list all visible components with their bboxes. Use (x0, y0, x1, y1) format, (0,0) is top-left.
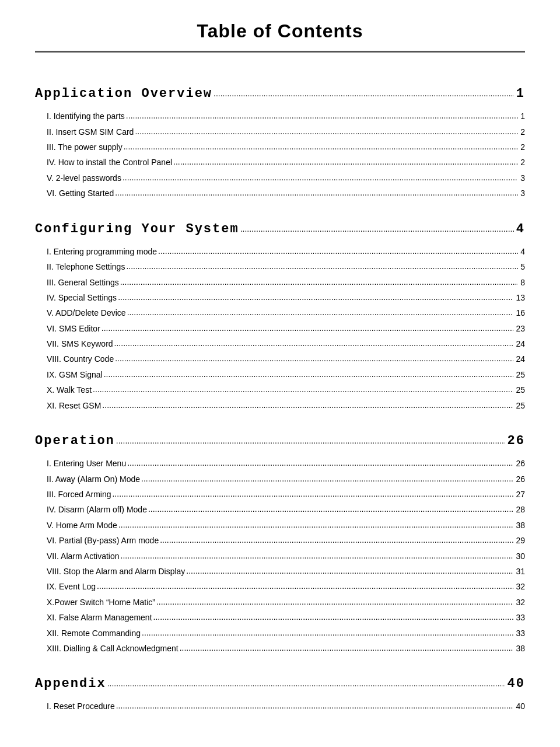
toc-item-dots-0-4 (123, 171, 518, 184)
section-dots-1 (240, 222, 514, 235)
toc-item-page-2-11: 33 (516, 627, 525, 640)
toc-item-0-0: I. Identifying the parts1 (35, 110, 525, 123)
toc-item-dots-2-6 (121, 549, 514, 562)
toc-item-label-2-2: III. Forced Arming (47, 488, 111, 501)
toc-item-page-0-4: 3 (520, 172, 525, 184)
toc-item-label-2-1: II. Away (Alarm On) Mode (47, 473, 140, 486)
toc-item-label-2-8: IX. Event Log (47, 580, 96, 593)
toc-item-3-0: I. Reset Procedure40 (35, 700, 525, 713)
toc-item-label-1-7: VIII. Country Code (47, 352, 114, 365)
section-title-3: Appendix (35, 673, 106, 694)
toc-item-dots-1-5 (102, 322, 514, 334)
toc-item-0-1: II. Insert GSM SIM Card2 (35, 125, 525, 138)
toc-item-label-1-9: X. Walk Test (47, 383, 92, 396)
toc-item-0-2: III. The power supply2 (35, 141, 525, 153)
toc-item-dots-2-11 (142, 626, 513, 639)
toc-item-label-2-3: IV. Disarm (Alarm off) Mode (47, 503, 147, 516)
section-heading-1: Configuring Your System4 (35, 203, 525, 243)
toc-item-label-1-10: XI. Reset GSM (47, 399, 101, 412)
toc-item-label-1-3: IV. Special Settings (47, 291, 117, 304)
toc-container: Application Overview1I. Identifying the … (35, 67, 525, 713)
toc-item-dots-2-2 (112, 487, 513, 500)
toc-item-page-2-10: 33 (516, 611, 525, 624)
toc-item-1-2: III. General Settings8 (35, 276, 525, 289)
toc-item-dots-0-2 (124, 140, 519, 153)
toc-item-label-2-4: V. Home Arm Mode (47, 519, 117, 532)
toc-item-dots-1-1 (126, 260, 518, 273)
toc-item-2-9: X.Power Switch “Home Matic”32 (35, 596, 525, 609)
toc-item-label-0-5: VI. Getting Started (47, 187, 114, 200)
toc-item-dots-2-10 (153, 610, 514, 623)
toc-item-1-10: XI. Reset GSM25 (35, 399, 525, 412)
toc-item-label-0-0: I. Identifying the parts (47, 110, 125, 123)
toc-item-dots-2-4 (118, 518, 514, 531)
toc-item-dots-1-7 (115, 352, 513, 365)
toc-item-page-1-1: 5 (520, 260, 525, 273)
toc-item-2-1: II. Away (Alarm On) Mode26 (35, 473, 525, 486)
toc-item-dots-1-9 (93, 383, 513, 396)
toc-item-2-3: IV. Disarm (Alarm off) Mode28 (35, 503, 525, 516)
toc-item-label-3-0: I. Reset Procedure (47, 700, 115, 713)
toc-item-dots-1-0 (158, 245, 518, 257)
toc-item-page-1-0: 4 (520, 245, 525, 258)
toc-item-1-3: IV. Special Settings13 (35, 291, 525, 304)
toc-item-2-10: XI. False Alarm Management33 (35, 611, 525, 624)
toc-item-dots-2-9 (156, 595, 513, 608)
page-title: Table of Contents (35, 12, 525, 48)
page: Table of Contents Application Overview1I… (0, 0, 560, 747)
section-page-0: 1 (516, 83, 525, 104)
toc-item-page-2-5: 29 (516, 534, 525, 547)
toc-item-page-1-6: 24 (516, 337, 525, 350)
toc-item-1-8: IX. GSM Signal25 (35, 368, 525, 381)
toc-item-page-0-2: 2 (520, 141, 525, 153)
toc-item-2-0: I. Entering User Menu26 (35, 457, 525, 470)
toc-item-page-2-4: 38 (516, 519, 525, 532)
toc-item-label-2-10: XI. False Alarm Management (47, 611, 152, 624)
toc-item-page-2-0: 26 (516, 457, 525, 470)
toc-item-page-3-0: 40 (516, 700, 525, 713)
toc-item-2-12: XIII. Dialling & Call Acknowledgment38 (35, 642, 525, 655)
toc-item-2-7: VIII. Stop the Alarm and Alarm Display31 (35, 565, 525, 578)
toc-item-label-2-7: VIII. Stop the Alarm and Alarm Display (47, 565, 185, 578)
toc-item-1-7: VIII. Country Code24 (35, 352, 525, 365)
toc-item-page-1-4: 16 (516, 306, 525, 319)
toc-item-label-2-9: X.Power Switch “Home Matic” (47, 596, 155, 609)
toc-item-dots-2-7 (186, 564, 513, 577)
toc-item-label-2-5: VI. Partial (By-pass) Arm mode (47, 534, 159, 547)
toc-item-page-1-9: 25 (516, 383, 525, 396)
toc-item-0-5: VI. Getting Started3 (35, 187, 525, 200)
toc-item-page-0-3: 2 (520, 156, 525, 169)
toc-item-label-2-11: XII. Remote Commanding (47, 627, 141, 640)
toc-item-dots-0-3 (173, 155, 518, 168)
toc-item-label-1-8: IX. GSM Signal (47, 368, 103, 381)
section-title-2: Operation (35, 431, 115, 451)
toc-item-dots-2-8 (97, 580, 513, 592)
toc-item-label-0-1: II. Insert GSM SIM Card (47, 125, 134, 138)
toc-item-0-4: V. 2-level passwords3 (35, 172, 525, 184)
toc-item-2-4: V. Home Arm Mode38 (35, 519, 525, 532)
toc-item-dots-2-5 (160, 533, 513, 546)
toc-item-page-1-5: 23 (516, 322, 525, 335)
toc-item-page-0-0: 1 (520, 110, 525, 123)
toc-item-dots-1-10 (102, 399, 513, 411)
section-dots-2 (116, 434, 505, 447)
toc-item-1-9: X. Walk Test25 (35, 383, 525, 396)
toc-item-page-1-3: 13 (516, 291, 525, 304)
toc-item-label-2-6: VII. Alarm Activation (47, 550, 120, 563)
toc-item-dots-1-3 (118, 291, 513, 303)
toc-item-dots-1-2 (120, 275, 518, 288)
toc-item-dots-2-3 (148, 502, 513, 515)
toc-item-page-2-8: 32 (516, 580, 525, 593)
toc-item-page-1-10: 25 (516, 399, 525, 412)
toc-item-2-5: VI. Partial (By-pass) Arm mode29 (35, 534, 525, 547)
toc-item-page-2-3: 28 (516, 503, 525, 516)
toc-item-dots-2-12 (180, 641, 514, 654)
section-title-1: Configuring Your System (35, 219, 239, 239)
toc-item-page-0-5: 3 (520, 187, 525, 200)
toc-item-page-1-8: 25 (516, 368, 525, 381)
toc-item-dots-1-4 (127, 306, 514, 319)
toc-item-label-2-12: XIII. Dialling & Call Acknowledgment (47, 642, 178, 655)
section-dots-3 (107, 677, 505, 690)
toc-item-label-1-0: I. Entering programming mode (47, 245, 157, 258)
toc-item-2-8: IX. Event Log32 (35, 580, 525, 593)
